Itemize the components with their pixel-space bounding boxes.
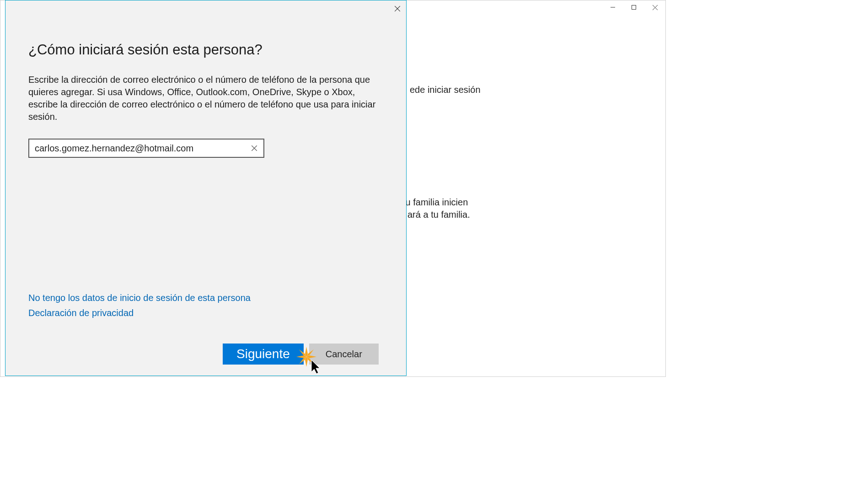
add-user-dialog: ¿Cómo iniciará sesión esta persona? Escr… [5, 0, 407, 376]
email-input-wrapper [28, 139, 264, 158]
email-input[interactable] [29, 140, 245, 157]
dialog-description: Escribe la dirección de correo electróni… [28, 74, 380, 123]
next-button[interactable]: Siguiente [223, 344, 304, 365]
dialog-button-row: Siguiente Cancelar [5, 344, 406, 365]
bg-maximize-button[interactable] [623, 0, 644, 14]
close-icon [395, 6, 400, 11]
bg-partial-text: tu familia inicien [403, 197, 468, 208]
dialog-links: No tengo los datos de inicio de sesión d… [28, 293, 251, 323]
dialog-title-bar [5, 0, 406, 17]
bg-partial-text: ede iniciar sesión [410, 85, 481, 95]
clear-icon [252, 145, 257, 151]
bg-partial-text: ará a tu familia. [407, 209, 470, 220]
privacy-statement-link[interactable]: Declaración de privacidad [28, 308, 251, 318]
bg-minimize-button[interactable] [602, 0, 623, 14]
clear-input-button[interactable] [245, 140, 263, 157]
no-credentials-link[interactable]: No tengo los datos de inicio de sesión d… [28, 293, 251, 303]
bg-close-button[interactable] [644, 0, 665, 14]
cancel-button[interactable]: Cancelar [309, 344, 379, 365]
dialog-close-button[interactable] [389, 0, 406, 17]
dialog-heading: ¿Cómo iniciará sesión esta persona? [28, 42, 383, 58]
dialog-body: ¿Cómo iniciará sesión esta persona? Escr… [5, 17, 406, 376]
svg-rect-1 [632, 5, 636, 10]
